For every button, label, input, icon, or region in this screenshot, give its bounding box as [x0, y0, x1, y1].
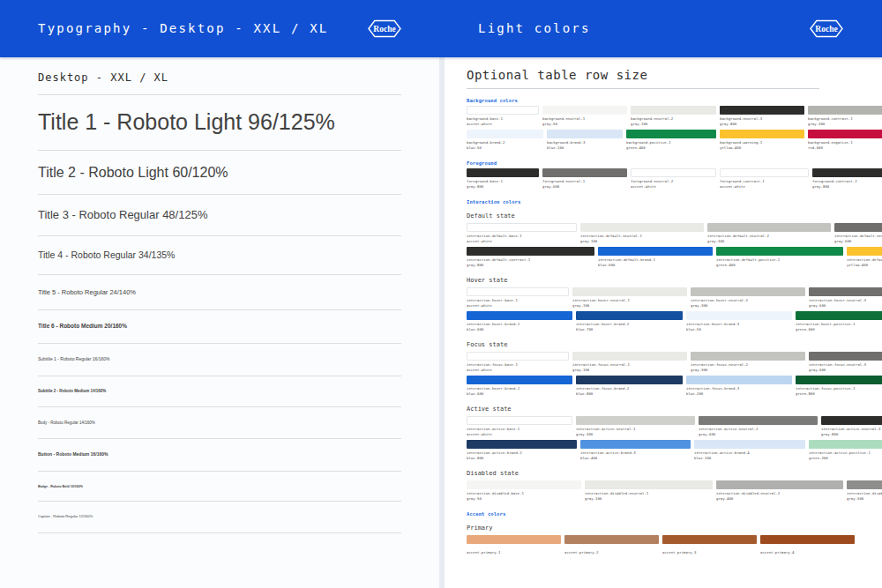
- color-swatch-cell: interaction-focus-positive-1green-800: [796, 376, 882, 398]
- swatch-name: accent-primary-3: [662, 549, 697, 555]
- divider: [467, 88, 819, 89]
- color-swatch-cell: background-positive-1green-400: [626, 130, 715, 152]
- swatch-label: interaction-hover-brand-3blue-50: [686, 321, 792, 333]
- swatch-token: blue-400: [580, 456, 636, 462]
- colors-section: Foregroundforeground-base-1gray-800foreg…: [467, 157, 859, 190]
- state-subheading-label: Focus state: [467, 340, 507, 347]
- color-swatch-cell: interaction-hover-neutral-2gray-300: [691, 287, 805, 309]
- swatch-label: interaction-active-neutral-2gray-600: [699, 426, 818, 438]
- color-swatch-cell: interaction-active-brand-3blue-400: [580, 440, 691, 462]
- color-swatch-cell: accent-primary-1: [467, 535, 561, 557]
- swatch-token: accent-white: [720, 184, 765, 190]
- swatch-label: interaction-default-warning-1yellow-400: [847, 257, 882, 269]
- state-subheading: Focus state: [467, 339, 859, 349]
- color-swatch-cell: interaction-focus-neutral-3gray-600: [809, 352, 882, 374]
- color-swatch: [572, 352, 687, 361]
- color-swatch-cell: interaction-active-neutral-1gray-300: [576, 416, 695, 438]
- color-swatch-cell: accent-primary-2: [564, 535, 659, 557]
- swatch-label: background-brand-3blue-100: [547, 139, 624, 152]
- swatch-token: gray-400: [716, 496, 780, 502]
- swatch-label: foreground-neutral-1gray-600: [542, 178, 627, 190]
- swatch-token: gray-100: [585, 496, 648, 502]
- state-subheading: Disabled state: [467, 468, 859, 478]
- specimen-row: Caption - Roboto Regular 12/160%: [38, 502, 401, 532]
- color-swatch-cell: background-warning-1yellow-400: [720, 130, 804, 152]
- color-swatch-cell: interaction-hover-neutral-1gray-100: [572, 287, 687, 309]
- swatch-token: green-600: [796, 327, 855, 333]
- swatch-label: interaction-active-base-1accent-white: [467, 426, 572, 438]
- swatch-name: accent-primary-4: [760, 549, 795, 555]
- color-swatch-cell: interaction-focus-brand-3blue-200: [686, 376, 792, 398]
- section-heading-label: Foreground: [467, 160, 497, 167]
- swatch-grid: background-base-1accent-whitebackground-…: [467, 106, 855, 128]
- color-swatch: [585, 480, 713, 489]
- swatch-token: blue-200: [686, 391, 739, 398]
- color-swatch: [720, 168, 809, 177]
- swatch-token: blue-100: [547, 145, 585, 152]
- color-swatch: [716, 247, 844, 256]
- roche-logo-text: Roche: [815, 25, 837, 33]
- color-swatch-cell: foreground-contrast-2gray-800: [812, 168, 882, 190]
- specimen-text: Body - Roboto Regular 14/160%: [38, 421, 95, 425]
- swatch-token: blue-600: [467, 391, 519, 398]
- color-swatch: [707, 223, 831, 232]
- swatch-name: accent-primary-2: [564, 549, 599, 555]
- specimen-text: Title 1 - Roboto Light 96/125%: [38, 110, 335, 135]
- swatch-label: interaction-hover-brand-1blue-600: [467, 321, 572, 333]
- roche-logo-icon: Roche: [368, 19, 401, 38]
- color-swatch: [686, 376, 792, 384]
- color-swatch-cell: interaction-disabled-neutral-2gray-400: [716, 480, 844, 502]
- swatch-token: gray-800: [821, 432, 880, 438]
- color-swatch-cell: background-neutral-3gray-800: [720, 106, 804, 128]
- specimen-text: Title 3 - Roboto Regular 48/125%: [38, 209, 207, 221]
- color-swatch: [467, 168, 539, 177]
- color-sections: Background colorsbackground-base-1accent…: [467, 94, 859, 557]
- color-swatch: [576, 376, 682, 384]
- color-swatch: [809, 287, 882, 296]
- color-swatch: [467, 352, 569, 361]
- color-swatch-cell: interaction-default-base-1accent-white: [467, 223, 577, 245]
- specimen-row: Body - Roboto Regular 14/160%: [38, 407, 401, 439]
- swatch-label: interaction-default-brand-1blue-600: [598, 257, 713, 269]
- color-swatch: [467, 535, 561, 544]
- swatch-label: background-negative-1red-600: [808, 139, 882, 152]
- swatch-label: interaction-default-contrast-1gray-800: [467, 257, 594, 269]
- color-swatch-cell: interaction-active-brand-4blue-100: [694, 440, 804, 462]
- color-swatch-cell: background-neutral-2gray-100: [631, 106, 715, 128]
- swatch-token: gray-800: [812, 184, 857, 190]
- swatch-token: green-400: [716, 263, 780, 269]
- color-swatch: [576, 311, 682, 320]
- swatch-label: interaction-active-brand-3blue-400: [580, 450, 691, 462]
- color-swatch-cell: background-brand-2blue-50: [467, 130, 543, 152]
- swatch-label: foreground-contrast-2gray-800: [812, 178, 882, 190]
- color-swatch: [467, 311, 572, 320]
- swatch-token: gray-500: [847, 496, 882, 502]
- swatch-label: interaction-default-positive-1green-400: [716, 257, 844, 269]
- state-subheading-label: Active state: [467, 405, 512, 412]
- color-swatch-cell: interaction-active-neutral-2gray-600: [699, 416, 818, 438]
- specimen-text: Caption - Roboto Regular 12/160%: [38, 515, 93, 518]
- swatch-label: interaction-disabled-neutral-2gray-400: [716, 490, 844, 502]
- swatch-grid: interaction-hover-base-1accent-whiteinte…: [467, 287, 855, 309]
- color-swatch-cell: foreground-neutral-2accent-white: [631, 168, 715, 190]
- specimen-row: Title 5 - Roboto Regular 24/140%: [38, 275, 401, 310]
- specimen-text: Title 4 - Roboto Regular 34/135%: [38, 250, 175, 261]
- color-swatch-cell: interaction-active-positive-1green-200: [809, 440, 882, 462]
- color-swatch-cell: interaction-focus-brand-2blue-800: [576, 376, 682, 398]
- swatch-label: interaction-focus-brand-3blue-200: [686, 385, 792, 398]
- swatch-token: green-800: [796, 391, 855, 398]
- swatch-label: interaction-hover-neutral-1gray-100: [572, 297, 687, 309]
- color-swatch: [796, 376, 882, 384]
- swatch-grid: accent-primary-1accent-primary-2accent-p…: [467, 535, 855, 557]
- swatch-token: red-600: [808, 145, 853, 152]
- color-swatch: [564, 535, 659, 544]
- typography-frame: Desktop - XXL / XL Title 1 - Roboto Ligh…: [0, 57, 439, 588]
- color-swatch: [580, 440, 691, 449]
- color-swatch: [572, 287, 687, 296]
- color-swatch: [467, 440, 577, 449]
- section-heading-label: Background colors: [467, 98, 518, 104]
- section-heading: Foreground: [467, 157, 859, 166]
- color-swatch: [808, 130, 882, 138]
- color-swatch-cell: background-neutral-1gray-50: [542, 106, 627, 128]
- roche-logo-icon: Roche: [810, 19, 843, 38]
